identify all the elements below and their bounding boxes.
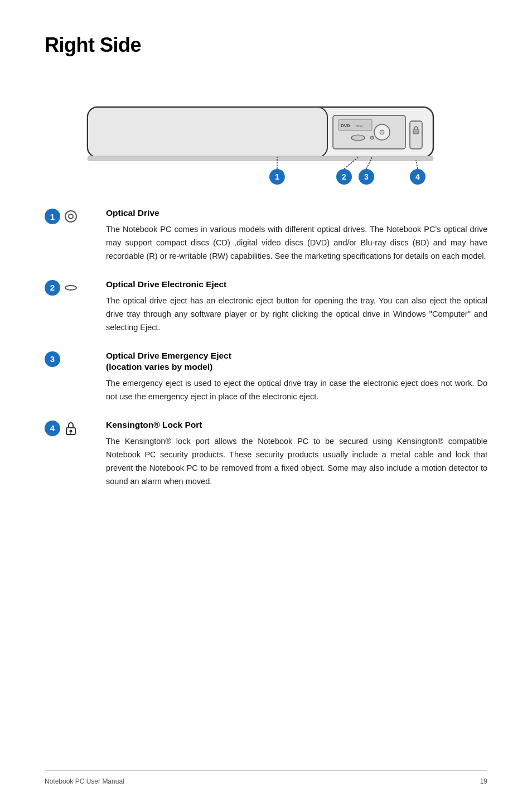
section-1-left: 1 [45, 207, 106, 224]
oval-icon [65, 285, 77, 291]
svg-rect-1 [88, 107, 327, 157]
lock-icon [65, 422, 77, 435]
svg-text:4: 4 [415, 172, 420, 181]
svg-text:1: 1 [275, 172, 279, 181]
section-3-content: Optical Drive Emergency Eject(location v… [106, 350, 487, 404]
svg-line-24 [416, 160, 418, 169]
section-2-body: The optical drive eject has an electroni… [106, 294, 487, 335]
section-emergency-eject: 3 Optical Drive Emergency Eject(location… [45, 350, 487, 404]
svg-rect-11 [413, 129, 419, 134]
section-3-body: The emergency eject is used to eject the… [106, 377, 487, 404]
laptop-illustration: DVD ±RW 1 2 3 [45, 74, 487, 185]
badge-2: 2 [45, 280, 60, 296]
svg-text:±RW: ±RW [355, 124, 363, 128]
svg-point-7 [380, 130, 384, 134]
section-1-body: The Notebook PC comes in various models … [106, 223, 487, 263]
footer: Notebook PC User Manual 19 [45, 770, 487, 785]
section-1-content: Optical Drive The Notebook PC comes in v… [106, 207, 487, 263]
svg-rect-10 [410, 121, 422, 149]
svg-text:3: 3 [364, 172, 369, 181]
svg-point-26 [70, 429, 72, 432]
laptop-diagram-svg: DVD ±RW 1 2 3 [71, 74, 461, 185]
section-2-title: Optical Drive Electronic Eject [106, 279, 487, 290]
svg-text:2: 2 [342, 172, 346, 181]
svg-point-8 [351, 135, 365, 141]
svg-point-9 [370, 136, 374, 139]
cd-icon [65, 210, 77, 223]
section-4-left: 4 [45, 419, 106, 436]
section-1-title: Optical Drive [106, 207, 487, 219]
section-electronic-eject: 2 Optical Drive Electronic Eject The opt… [45, 279, 487, 335]
footer-page-number: 19 [480, 777, 487, 785]
section-4-content: Kensington® Lock Port The Kensington® lo… [106, 419, 487, 489]
footer-manual-label: Notebook PC User Manual [45, 777, 124, 785]
page: Right Side DVD ±RW [0, 0, 532, 802]
svg-text:DVD: DVD [341, 123, 350, 128]
section-3-title: Optical Drive Emergency Eject(location v… [106, 350, 487, 373]
badge-4: 4 [45, 421, 60, 436]
no-icon-3 [65, 353, 77, 365]
section-4-body: The Kensington® lock port allows the Not… [106, 435, 487, 489]
page-title: Right Side [45, 33, 487, 57]
section-2-content: Optical Drive Electronic Eject The optic… [106, 279, 487, 335]
section-optical-drive: 1 Optical Drive The Notebook PC comes in… [45, 207, 487, 263]
section-kensington: 4 Kensington® Lock Port The Kensington® … [45, 419, 487, 489]
section-2-left: 2 [45, 279, 106, 296]
badge-3: 3 [45, 351, 60, 367]
section-4-title: Kensington® Lock Port [106, 419, 487, 431]
svg-rect-12 [88, 156, 433, 161]
section-3-left: 3 [45, 350, 106, 367]
badge-1: 1 [45, 209, 60, 224]
